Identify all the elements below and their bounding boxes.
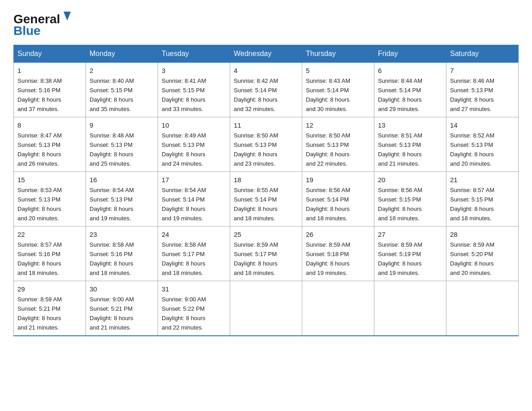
cell-week5-day7 <box>446 281 519 335</box>
header-thursday: Thursday <box>302 45 374 63</box>
cell-week5-day4 <box>230 281 302 335</box>
day-info: Sunrise: 8:53 AMSunset: 5:13 PMDaylight:… <box>17 187 62 222</box>
day-number: 2 <box>90 65 154 76</box>
day-number: 8 <box>17 120 82 130</box>
cell-week5-day1: 29Sunrise: 8:59 AMSunset: 5:21 PMDayligh… <box>14 281 86 335</box>
day-number: 12 <box>306 120 370 130</box>
cell-week4-day7: 28Sunrise: 8:59 AMSunset: 5:20 PMDayligh… <box>446 226 519 281</box>
day-info: Sunrise: 8:42 AMSunset: 5:14 PMDaylight:… <box>234 77 278 112</box>
day-info: Sunrise: 8:54 AMSunset: 5:14 PMDaylight:… <box>162 187 206 222</box>
day-number: 27 <box>378 229 442 240</box>
cell-week1-day1: 1Sunrise: 8:38 AMSunset: 5:16 PMDaylight… <box>14 63 86 117</box>
svg-text:Blue: Blue <box>13 24 41 36</box>
header-sunday: Sunday <box>14 45 86 63</box>
logo: General Blue <box>13 9 76 36</box>
day-number: 26 <box>306 229 370 240</box>
cell-week4-day5: 26Sunrise: 8:59 AMSunset: 5:18 PMDayligh… <box>302 226 374 281</box>
cell-week4-day6: 27Sunrise: 8:59 AMSunset: 5:19 PMDayligh… <box>374 226 446 281</box>
cell-week2-day5: 12Sunrise: 8:50 AMSunset: 5:13 PMDayligh… <box>302 117 374 171</box>
day-number: 5 <box>306 65 370 76</box>
day-info: Sunrise: 8:52 AMSunset: 5:13 PMDaylight:… <box>450 132 494 167</box>
day-info: Sunrise: 8:58 AMSunset: 5:16 PMDaylight:… <box>90 241 134 276</box>
cell-week5-day5 <box>302 281 374 335</box>
day-info: Sunrise: 8:40 AMSunset: 5:15 PMDaylight:… <box>90 77 134 112</box>
week-row-1: 1Sunrise: 8:38 AMSunset: 5:16 PMDaylight… <box>14 63 519 117</box>
day-number: 10 <box>162 120 226 130</box>
cell-week1-day3: 3Sunrise: 8:41 AMSunset: 5:15 PMDaylight… <box>158 63 230 117</box>
day-info: Sunrise: 8:59 AMSunset: 5:18 PMDaylight:… <box>306 241 350 276</box>
cell-week2-day1: 8Sunrise: 8:47 AMSunset: 5:13 PMDaylight… <box>14 117 86 171</box>
day-number: 3 <box>162 65 226 76</box>
cell-week2-day2: 9Sunrise: 8:48 AMSunset: 5:13 PMDaylight… <box>86 117 158 171</box>
day-number: 9 <box>90 120 154 130</box>
logo-svg: General Blue <box>13 9 76 36</box>
header-friday: Friday <box>374 45 446 63</box>
header-saturday: Saturday <box>446 45 519 63</box>
calendar-table: SundayMondayTuesdayWednesdayThursdayFrid… <box>13 45 519 336</box>
header-tuesday: Tuesday <box>158 45 230 63</box>
day-number: 16 <box>90 175 154 185</box>
day-info: Sunrise: 9:00 AMSunset: 5:22 PMDaylight:… <box>162 296 206 331</box>
cell-week3-day4: 18Sunrise: 8:55 AMSunset: 5:14 PMDayligh… <box>230 171 302 226</box>
day-info: Sunrise: 8:46 AMSunset: 5:13 PMDaylight:… <box>450 77 494 112</box>
day-info: Sunrise: 8:56 AMSunset: 5:15 PMDaylight:… <box>378 187 422 222</box>
cell-week2-day7: 14Sunrise: 8:52 AMSunset: 5:13 PMDayligh… <box>446 117 519 171</box>
cell-week4-day1: 22Sunrise: 8:57 AMSunset: 5:16 PMDayligh… <box>14 226 86 281</box>
cell-week2-day6: 13Sunrise: 8:51 AMSunset: 5:13 PMDayligh… <box>374 117 446 171</box>
cell-week5-day3: 31Sunrise: 9:00 AMSunset: 5:22 PMDayligh… <box>158 281 230 335</box>
day-info: Sunrise: 8:59 AMSunset: 5:17 PMDaylight:… <box>234 241 278 276</box>
day-info: Sunrise: 8:59 AMSunset: 5:20 PMDaylight:… <box>450 241 494 276</box>
day-number: 23 <box>90 229 154 240</box>
cell-week1-day2: 2Sunrise: 8:40 AMSunset: 5:15 PMDaylight… <box>86 63 158 117</box>
header-row: SundayMondayTuesdayWednesdayThursdayFrid… <box>14 45 519 63</box>
day-info: Sunrise: 8:59 AMSunset: 5:21 PMDaylight:… <box>17 296 62 331</box>
day-info: Sunrise: 8:38 AMSunset: 5:16 PMDaylight:… <box>17 77 62 112</box>
day-number: 13 <box>378 120 442 130</box>
day-number: 7 <box>450 65 515 76</box>
day-number: 25 <box>234 229 298 240</box>
cell-week1-day7: 7Sunrise: 8:46 AMSunset: 5:13 PMDaylight… <box>446 63 519 117</box>
day-info: Sunrise: 8:49 AMSunset: 5:13 PMDaylight:… <box>162 132 206 167</box>
day-number: 20 <box>378 175 442 185</box>
cell-week3-day6: 20Sunrise: 8:56 AMSunset: 5:15 PMDayligh… <box>374 171 446 226</box>
day-info: Sunrise: 8:57 AMSunset: 5:16 PMDaylight:… <box>17 241 62 276</box>
day-number: 15 <box>17 175 82 185</box>
page-header: General Blue <box>13 9 519 36</box>
day-info: Sunrise: 8:57 AMSunset: 5:15 PMDaylight:… <box>450 187 494 222</box>
day-number: 18 <box>234 175 298 185</box>
week-row-4: 22Sunrise: 8:57 AMSunset: 5:16 PMDayligh… <box>14 226 519 281</box>
week-row-3: 15Sunrise: 8:53 AMSunset: 5:13 PMDayligh… <box>14 171 519 226</box>
cell-week4-day4: 25Sunrise: 8:59 AMSunset: 5:17 PMDayligh… <box>230 226 302 281</box>
cell-week3-day5: 19Sunrise: 8:56 AMSunset: 5:14 PMDayligh… <box>302 171 374 226</box>
day-number: 6 <box>378 65 442 76</box>
header-monday: Monday <box>86 45 158 63</box>
calendar-body: 1Sunrise: 8:38 AMSunset: 5:16 PMDaylight… <box>14 63 519 336</box>
day-number: 22 <box>17 229 82 240</box>
day-info: Sunrise: 8:43 AMSunset: 5:14 PMDaylight:… <box>306 77 350 112</box>
day-info: Sunrise: 9:00 AMSunset: 5:21 PMDaylight:… <box>90 296 134 331</box>
cell-week2-day4: 11Sunrise: 8:50 AMSunset: 5:13 PMDayligh… <box>230 117 302 171</box>
day-number: 17 <box>162 175 226 185</box>
calendar-header: SundayMondayTuesdayWednesdayThursdayFrid… <box>14 45 519 63</box>
cell-week3-day1: 15Sunrise: 8:53 AMSunset: 5:13 PMDayligh… <box>14 171 86 226</box>
day-info: Sunrise: 8:41 AMSunset: 5:15 PMDaylight:… <box>162 77 206 112</box>
day-number: 28 <box>450 229 515 240</box>
cell-week4-day3: 24Sunrise: 8:58 AMSunset: 5:17 PMDayligh… <box>158 226 230 281</box>
cell-week5-day2: 30Sunrise: 9:00 AMSunset: 5:21 PMDayligh… <box>86 281 158 335</box>
day-number: 29 <box>17 284 82 294</box>
day-number: 30 <box>90 284 154 294</box>
day-number: 4 <box>234 65 298 76</box>
week-row-2: 8Sunrise: 8:47 AMSunset: 5:13 PMDaylight… <box>14 117 519 171</box>
cell-week4-day2: 23Sunrise: 8:58 AMSunset: 5:16 PMDayligh… <box>86 226 158 281</box>
day-number: 21 <box>450 175 515 185</box>
day-number: 1 <box>17 65 82 76</box>
day-info: Sunrise: 8:50 AMSunset: 5:13 PMDaylight:… <box>234 132 278 167</box>
day-number: 31 <box>162 284 226 294</box>
day-info: Sunrise: 8:59 AMSunset: 5:19 PMDaylight:… <box>378 241 422 276</box>
day-info: Sunrise: 8:50 AMSunset: 5:13 PMDaylight:… <box>306 132 350 167</box>
day-number: 24 <box>162 229 226 240</box>
day-info: Sunrise: 8:54 AMSunset: 5:13 PMDaylight:… <box>90 187 134 222</box>
svg-marker-1 <box>64 12 71 21</box>
cell-week1-day4: 4Sunrise: 8:42 AMSunset: 5:14 PMDaylight… <box>230 63 302 117</box>
day-number: 11 <box>234 120 298 130</box>
